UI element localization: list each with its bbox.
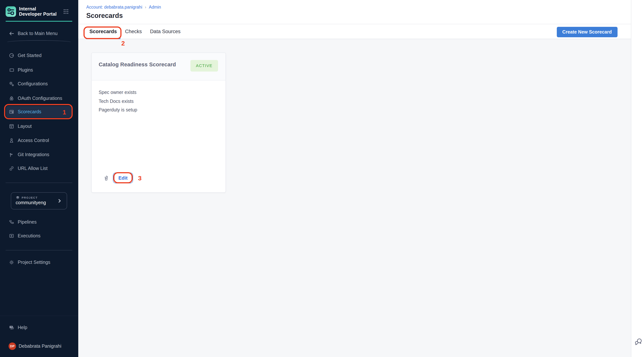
support-chat-button[interactable] (634, 337, 643, 346)
app-title: Internal Developer Portal (19, 6, 60, 17)
sidebar-item-git-integrations[interactable]: Git Integrations (6, 148, 71, 160)
sidebar-item-label: URL Allow List (18, 166, 48, 171)
edit-button-label: Edit (118, 175, 128, 180)
gear-icon (8, 259, 14, 265)
main-area: Account: debabrata.panigrahi › Admin Sco… (78, 0, 631, 357)
sidebar-item-url-allow-list[interactable]: URL Allow List (6, 162, 71, 174)
plugins-icon (8, 67, 14, 73)
sidebar-item-label: OAuth Configurations (18, 96, 62, 101)
scorecard-title: Catalog Readiness Scorecard (98, 62, 176, 68)
arrow-left-icon (8, 30, 14, 36)
lock-icon (8, 95, 14, 101)
get-started-icon (8, 52, 14, 58)
content-area: Catalog Readiness Scorecard ACTIVE Spec … (78, 39, 631, 357)
status-badge: ACTIVE (190, 60, 218, 71)
app-logo: Internal Developer Portal (6, 6, 60, 17)
sidebar-item-oauth-configurations[interactable]: OAuth Configurations (6, 92, 71, 104)
chevron-right-icon (57, 198, 62, 204)
sidebar-item-configurations[interactable]: Configurations (6, 78, 71, 90)
app-window: Internal Developer Portal Back to Main M… (0, 0, 644, 357)
project-label: PROJECT (22, 196, 38, 199)
annotation-step3-number: 3 (138, 174, 142, 182)
sidebar-item-label: Plugins (18, 67, 33, 72)
configurations-icon (8, 81, 14, 87)
trash-icon (103, 175, 109, 182)
scorecard-card: Catalog Readiness Scorecard ACTIVE Spec … (91, 52, 226, 193)
link-icon (8, 166, 14, 172)
sidebar-item-label: Executions (18, 233, 40, 238)
sidebar-item-get-started[interactable]: Get Started (6, 50, 71, 62)
sidebar-item-label: Scorecards (18, 109, 41, 114)
tab-label: Data Sources (150, 29, 180, 34)
edit-scorecard-button[interactable]: Edit 3 (113, 172, 133, 183)
user-menu[interactable]: DP Debabrata Panigrahi (8, 342, 61, 350)
back-to-main-menu[interactable]: Back to Main Menu (8, 30, 58, 36)
breadcrumb-admin-link[interactable]: Admin (149, 5, 161, 9)
user-name: Debabrata Panigrahi (19, 344, 61, 349)
back-to-main-menu-label: Back to Main Menu (18, 31, 58, 36)
check-item: Spec owner exists (98, 88, 218, 97)
sidebar-divider (0, 316, 78, 316)
page-header: Account: debabrata.panigrahi › Admin Sco… (78, 0, 631, 24)
person-icon (8, 137, 14, 143)
page-title: Scorecards (86, 12, 123, 20)
idp-logo-icon (6, 6, 16, 17)
sidebar-item-scorecards[interactable]: Scorecards (6, 106, 71, 118)
sidebar-item-executions[interactable]: Executions (6, 230, 71, 242)
sidebar-item-label: Configurations (18, 81, 48, 86)
project-selector[interactable]: PROJECT communityeng (11, 192, 67, 210)
sidebar-item-layout[interactable]: Layout (6, 120, 71, 132)
tab-data-sources[interactable]: Data Sources (147, 24, 184, 38)
tab-label: Scorecards (90, 29, 117, 34)
breadcrumb-separator-icon: › (145, 5, 146, 9)
svg-text:?: ? (10, 326, 12, 328)
scorecard-card-header: Catalog Readiness Scorecard ACTIVE (92, 53, 225, 80)
tab-label: Checks (125, 29, 142, 34)
sidebar-item-help[interactable]: ? Help (6, 322, 71, 334)
sidebar-item-label: Project Settings (18, 260, 50, 265)
help-icon: ? (8, 324, 14, 330)
sidebar-item-pipelines[interactable]: Pipelines (6, 216, 71, 228)
sidebar-item-project-settings[interactable]: Project Settings (6, 256, 71, 268)
scorecard-checks-list: Spec owner exists Tech Docs exists Pager… (92, 80, 225, 114)
sidebar-item-label: Help (18, 325, 27, 330)
right-utility-strip (631, 0, 644, 357)
layers-icon (16, 196, 20, 200)
apps-grid-icon[interactable] (63, 9, 68, 14)
sidebar-divider (6, 250, 72, 250)
sidebar-item-label: Layout (18, 124, 32, 129)
sidebar-item-label: Get Started (18, 53, 42, 58)
sidebar-divider (6, 182, 72, 183)
scorecard-card-footer: Edit 3 (92, 169, 225, 192)
logo-accent-bar (6, 21, 72, 22)
create-new-scorecard-button[interactable]: Create New Scorecard (557, 27, 617, 37)
tab-checks[interactable]: Checks (122, 24, 145, 38)
project-name: communityeng (16, 200, 46, 205)
delete-scorecard-button[interactable] (103, 175, 110, 182)
tab-scorecards[interactable]: Scorecards 2 (86, 24, 120, 38)
layout-icon (8, 123, 14, 129)
tab-bar: Scorecards 2 Checks Data Sources (78, 24, 631, 39)
chat-bubbles-icon (634, 337, 643, 346)
avatar: DP (8, 342, 16, 350)
sidebar-item-label: Git Integrations (18, 152, 50, 157)
sidebar-item-label: Access Control (18, 138, 49, 143)
check-item: Tech Docs exists (98, 97, 218, 106)
breadcrumb-account-link[interactable]: Account: debabrata.panigrahi (86, 5, 142, 9)
sidebar-item-label: Pipelines (18, 219, 36, 224)
sidebar-item-access-control[interactable]: Access Control (6, 134, 71, 146)
sidebar: Internal Developer Portal Back to Main M… (0, 0, 78, 357)
check-item: Pagerduty is setup (98, 106, 218, 114)
breadcrumb: Account: debabrata.panigrahi › Admin (86, 5, 161, 9)
sidebar-divider (6, 40, 72, 42)
annotation-step1-number: 1 (62, 109, 66, 116)
sidebar-item-plugins[interactable]: Plugins (6, 64, 71, 76)
annotation-step2-number: 2 (121, 40, 125, 47)
executions-icon (8, 233, 14, 239)
git-branch-icon (8, 152, 14, 158)
scorecards-icon (8, 109, 14, 114)
pipelines-icon (8, 219, 14, 225)
